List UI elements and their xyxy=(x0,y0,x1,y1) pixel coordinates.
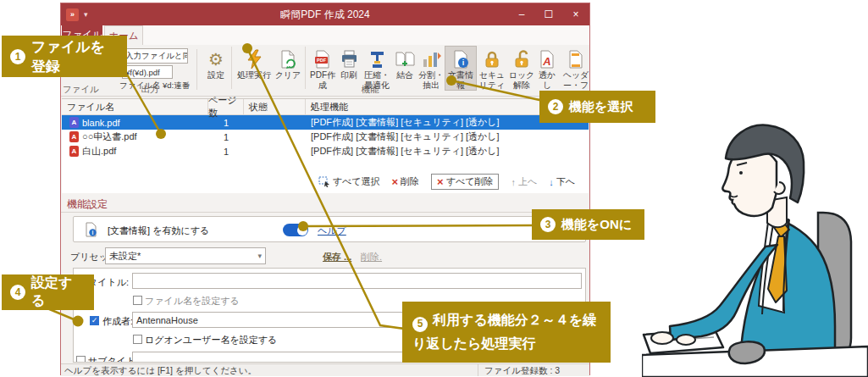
column-header-filename[interactable]: ファイル名 xyxy=(62,99,208,114)
screenshot-stage: » ▾ 瞬簡PDF 作成 2024 – ☐ × ファイル ホーム 入力ファイルと… xyxy=(0,0,868,377)
person-illustration xyxy=(642,113,868,377)
title-input[interactable] xyxy=(132,273,582,289)
file-list-actions: すべて選択 × 削除 × すべて削除 ↑ 上へ ↓ 下へ xyxy=(318,174,575,190)
file-status xyxy=(244,115,306,130)
pdf-create-button[interactable]: PDF PDF作成 xyxy=(308,47,337,90)
split-extract-button[interactable]: 分割・抽出 xyxy=(417,47,445,90)
file-functions: [PDF作成] [文書情報] [セキュリティ] [透かし] xyxy=(306,144,589,158)
enable-docinfo-toggle[interactable] xyxy=(283,224,308,236)
doc-info-label: 文書情報 xyxy=(445,70,476,90)
window-title: 瞬簡PDF 作成 2024 xyxy=(61,8,589,22)
move-up-label: 上へ xyxy=(518,175,537,188)
section-title: 機能設定 xyxy=(67,197,108,212)
ribbon-buttons: ⚙ 設定 処理実行 クリア xyxy=(203,47,593,100)
preset-select[interactable]: 未設定* ▾ xyxy=(105,247,266,264)
file-functions: [PDF作成] [文書情報] [セキュリティ] [透かし] xyxy=(306,130,589,144)
file-list-header: ファイル名 ページ数 状態 処理機能 xyxy=(62,99,589,115)
status-file-count: ファイル登録数 : 3 xyxy=(484,365,560,377)
print-button[interactable]: 印刷 xyxy=(337,47,361,80)
doc-info-icon: i xyxy=(451,48,470,70)
compress-optimize-label: 圧縮・最適化 xyxy=(361,70,393,90)
unlock-label: ロック解除 xyxy=(508,70,535,90)
pdf-create-icon: PDF xyxy=(313,48,332,70)
save-preset-link[interactable]: 保存 ... xyxy=(323,251,351,263)
output-filename-input[interactable]: ¥f(¥d).pdf xyxy=(122,65,173,79)
help-link[interactable]: ヘルプ xyxy=(318,225,346,237)
clear-refresh-icon xyxy=(279,48,297,70)
header-footer-icon xyxy=(567,48,585,70)
lock-icon xyxy=(482,48,502,70)
svg-text:i: i xyxy=(462,58,465,67)
file-pages: 1 xyxy=(208,130,244,144)
table-row[interactable]: A白山.pdf 1 [PDF作成] [文書情報] [セキュリティ] [透かし] xyxy=(62,144,589,158)
group-label-output: 出力 xyxy=(133,84,167,96)
group-label-file: ファイル xyxy=(63,84,97,96)
clear-label: クリア xyxy=(275,70,301,80)
file-name: blank.pdf xyxy=(82,118,120,128)
ribbon-separator xyxy=(231,47,232,89)
file-name: ○○申込書.pdf xyxy=(82,130,137,143)
toggle-knob xyxy=(297,225,307,236)
watermark-button[interactable]: A 透かし xyxy=(535,47,559,90)
select-all-label: すべて選択 xyxy=(333,175,380,188)
chevron-down-icon: ▾ xyxy=(257,252,262,260)
security-button[interactable]: セキュリティ xyxy=(476,47,508,90)
select-all-button[interactable]: すべて選択 xyxy=(318,175,380,188)
title-bar: » ▾ 瞬簡PDF 作成 2024 – ☐ × xyxy=(61,3,589,25)
move-down-label: 下へ xyxy=(556,175,575,188)
column-header-status[interactable]: 状態 xyxy=(244,99,306,114)
file-status xyxy=(244,144,306,158)
logon-user-label: ログオンユーザー名を設定する xyxy=(145,334,277,347)
watermark-label: 透かし xyxy=(535,70,559,90)
use-filename-checkbox[interactable] xyxy=(133,296,142,305)
run-process-button[interactable]: 処理実行 xyxy=(235,47,274,80)
delete-all-button[interactable]: × すべて削除 xyxy=(431,174,499,190)
output-folder-dropdown[interactable]: 入力ファイルと同じ ▾ xyxy=(122,48,188,64)
pdf-file-icon: A xyxy=(69,146,79,157)
move-up-button[interactable]: ↑ 上へ xyxy=(511,175,537,188)
svg-text:i: i xyxy=(92,230,94,236)
settings-label: 設定 xyxy=(207,70,224,80)
ribbon-tab-row: ファイル ホーム xyxy=(61,25,589,45)
output-folder-value: 入力ファイルと同じ xyxy=(125,51,188,62)
settings-button[interactable]: ⚙ 設定 xyxy=(203,47,229,80)
divider xyxy=(478,364,478,376)
doc-info-button[interactable]: i 文書情報 xyxy=(445,47,476,90)
author-label: 作成者: xyxy=(102,315,133,328)
callout-select-function: 2 機能を選択 xyxy=(539,91,655,123)
callout-register-files: 1 ファイルを登録 xyxy=(2,36,127,77)
move-down-button[interactable]: ↓ 下へ xyxy=(549,175,575,188)
subtitle-checkbox[interactable] xyxy=(76,356,86,363)
gear-icon: ⚙ xyxy=(208,48,224,70)
callout-turn-on: 3 機能をONに xyxy=(532,209,644,240)
merge-docs-icon xyxy=(395,48,415,70)
status-help-text: ヘルプを表示するには [F1] を押してください。 xyxy=(64,365,257,377)
ribbon-separator xyxy=(196,49,197,90)
split-extract-icon xyxy=(421,48,441,70)
merge-button[interactable]: 結合 xyxy=(393,47,417,80)
svg-text:A: A xyxy=(542,55,550,68)
table-row[interactable]: A○○申込書.pdf 1 [PDF作成] [文書情報] [セキュリティ] [透か… xyxy=(62,130,589,144)
file-name: 白山.pdf xyxy=(82,145,116,158)
table-row[interactable]: Ablank.pdf 1 [PDF作成] [文書情報] [セキュリティ] [透か… xyxy=(62,115,589,130)
callout-number: 5 xyxy=(412,317,428,332)
unlock-icon xyxy=(511,48,532,70)
column-header-pages[interactable]: ページ数 xyxy=(208,99,244,114)
file-list: ファイル名 ページ数 状態 処理機能 Ablank.pdf 1 [PDF作成] … xyxy=(62,98,589,194)
author-checkbox[interactable]: ✓ xyxy=(90,316,99,325)
callout-number: 1 xyxy=(10,49,25,64)
callout-text: 機能を選択 xyxy=(569,99,633,115)
compress-optimize-button[interactable]: 圧縮・最適化 xyxy=(361,47,393,90)
clear-button[interactable]: クリア xyxy=(274,47,302,80)
delete-preset-link[interactable]: 削除. xyxy=(361,251,382,263)
logon-user-checkbox[interactable] xyxy=(133,335,142,344)
printer-icon xyxy=(340,48,358,70)
callout-text: 設定する xyxy=(31,274,86,310)
delete-button[interactable]: × 削除 xyxy=(392,175,420,188)
pdf-file-icon: A xyxy=(69,117,79,128)
unlock-button[interactable]: ロック解除 xyxy=(508,47,535,90)
title-label: タイトル: xyxy=(88,276,129,289)
down-arrow-icon: ↓ xyxy=(549,177,554,187)
file-status xyxy=(244,130,306,144)
author-value: AntennaHouse xyxy=(136,315,198,325)
